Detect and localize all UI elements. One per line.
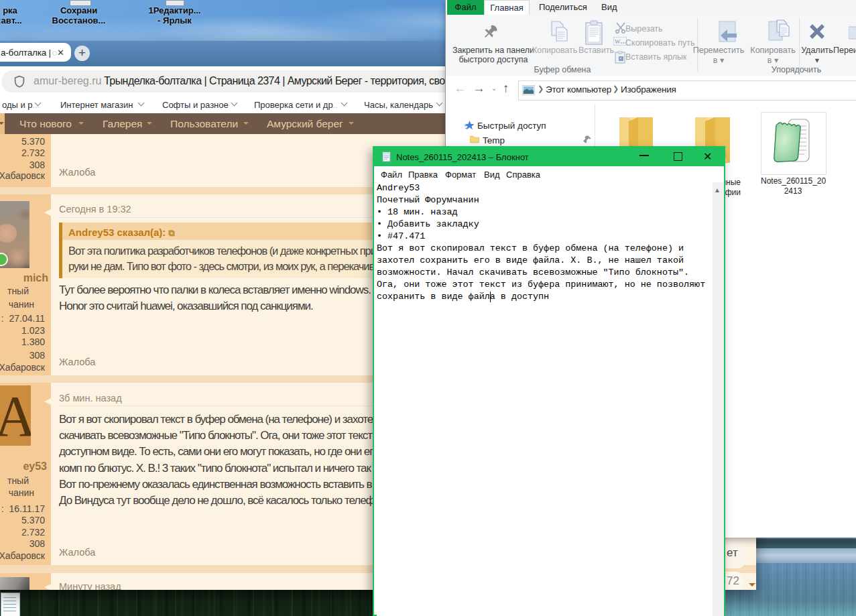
svg-text:W: W: [615, 38, 621, 45]
